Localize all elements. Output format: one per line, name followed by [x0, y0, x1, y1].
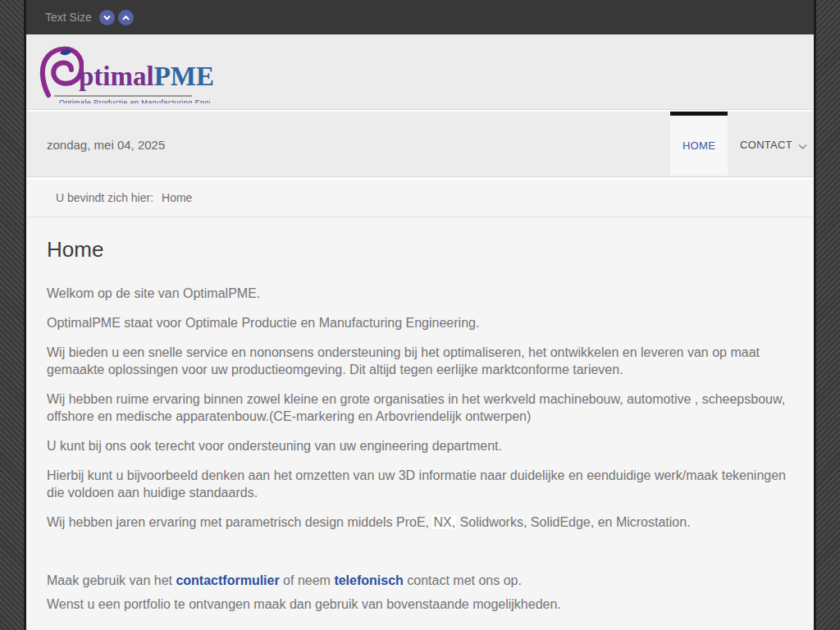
text-size-label: Text Size — [45, 11, 92, 24]
nav-tab-contact-label: CONTACT — [740, 139, 792, 151]
text-size-toolbar: Text Size — [26, 0, 814, 34]
paragraph-software-before: Wij hebben jaren ervaring met parametris… — [47, 515, 432, 529]
logo-wordmark-prefix: ptimal — [79, 62, 154, 91]
nav-tab-home[interactable]: HOME — [670, 112, 728, 176]
main-navigation: HOME CONTACT — [670, 112, 814, 177]
paragraph-contact-after: contact met ons op. — [404, 573, 522, 587]
text-size-decrease-button[interactable] — [99, 10, 115, 25]
contact-form-link[interactable]: contactformulier — [176, 573, 279, 587]
paragraph-engineering-support: U kunt bij ons ook terecht voor onderste… — [47, 437, 789, 454]
paragraph-software: Wij hebben jaren ervaring met parametris… — [47, 514, 789, 531]
breadcrumb: U bevindt zich hier: Home — [26, 179, 814, 217]
main-content: Home Welkom op de site van OptimalPME. O… — [26, 217, 814, 613]
paragraph-meaning: OptimalPME staat voor Optimale Productie… — [47, 314, 789, 331]
text-size-increase-button[interactable] — [118, 10, 134, 25]
nav-tab-home-label: HOME — [682, 139, 715, 152]
logo-tagline: Optimale Productie en Manufacturing Engi… — [59, 98, 210, 103]
site-logo[interactable]: ptimalPME Optimale Productie en Manufact… — [38, 43, 210, 109]
paragraph-portfolio: Wenst u een portfolio te ontvangen maak … — [47, 596, 789, 613]
paragraph-software-after: Solidworks, SolidEdge, en Microstation. — [456, 515, 690, 529]
chevron-down-icon — [798, 139, 807, 153]
chevron-down-icon — [102, 12, 112, 23]
chevron-up-icon — [121, 12, 131, 23]
browser-page: Text Size ptimalPME Optimale Productie e… — [24, 0, 816, 630]
paragraph-contact-middle: of neem — [280, 573, 335, 587]
logo-swirl-icon — [38, 44, 84, 102]
paragraph-contact-before: Maak gebruik van het — [47, 573, 176, 587]
telephone-link[interactable]: telefonisch — [334, 573, 403, 587]
paragraph-3d-drawings: Hierbij kunt u bijvoorbeeld denken aan h… — [47, 467, 789, 501]
desktop-frame-right — [816, 0, 840, 630]
nav-tab-contact[interactable]: CONTACT — [740, 112, 814, 177]
logo-underline — [54, 95, 192, 97]
current-date: zondag, mei 04, 2025 — [47, 138, 165, 152]
logo-wordmark: ptimalPME — [79, 62, 214, 92]
breadcrumb-current-page: Home — [162, 191, 192, 204]
desktop-frame-left — [0, 0, 24, 630]
paragraph-experience: Wij hebben ruime ervaring binnen zowel k… — [47, 390, 789, 425]
breadcrumb-label: U bevindt zich hier: — [56, 191, 153, 204]
date-nav-bar: zondag, mei 04, 2025 HOME CONTACT — [26, 112, 814, 179]
paragraph-welcome: Welkom op de site van OptimalPME. — [47, 285, 789, 302]
site-header: ptimalPME Optimale Productie en Manufact… — [26, 34, 814, 112]
paragraph-service: Wij bieden u een snelle service en nonon… — [47, 344, 789, 378]
logo-wordmark-suffix: PME — [154, 62, 214, 91]
page-title: Home — [47, 235, 791, 263]
paragraph-contact: Maak gebruik van het contactformulier of… — [47, 572, 789, 589]
highlighted-text-nx: NX, — [432, 515, 456, 529]
